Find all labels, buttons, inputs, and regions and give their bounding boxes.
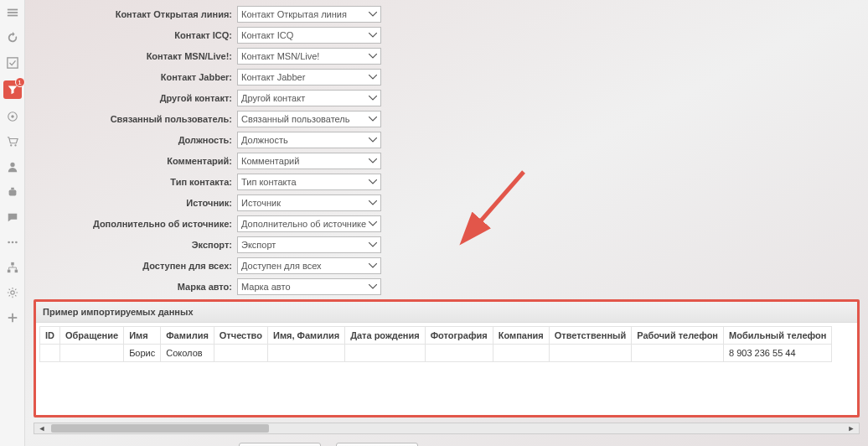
filter-badge-count: 1 — [15, 77, 25, 87]
preview-column-header: Мобильный телефон — [724, 327, 832, 345]
form-row: Контакт Открытая линия:Контакт Открытая … — [34, 5, 860, 23]
field-mapping-select[interactable]: Должность — [237, 132, 381, 148]
preview-title: Пример импортируемых данных — [36, 302, 857, 323]
field-mapping-select[interactable]: Контакт ICQ — [237, 27, 381, 44]
svg-point-17 — [10, 291, 13, 294]
table-cell — [40, 345, 60, 362]
field-label: Контакт MSN/Live!: — [34, 51, 237, 61]
form-row: Доступен для всех:Доступен для всех — [34, 257, 860, 275]
svg-point-7 — [14, 144, 16, 146]
field-label: Марка авто: — [34, 282, 237, 292]
svg-point-13 — [15, 241, 18, 244]
people-icon[interactable] — [5, 159, 20, 174]
table-cell: 8 903 236 55 44 — [724, 345, 832, 362]
form-row: Другой контакт:Другой контакт — [34, 89, 860, 107]
field-label: Контакт Jabber: — [34, 72, 237, 82]
chat-icon[interactable] — [5, 210, 20, 225]
back-button[interactable]: << Назад — [239, 443, 321, 446]
svg-point-5 — [11, 115, 14, 118]
scroll-right-arrow[interactable]: ► — [845, 423, 857, 433]
field-mapping-select[interactable]: Комментарий — [237, 153, 381, 169]
table-cell — [493, 345, 549, 362]
checkbox-icon[interactable] — [5, 55, 20, 70]
table-cell — [425, 345, 493, 362]
form-row: Контакт Jabber:Контакт Jabber — [34, 68, 860, 86]
target-icon[interactable] — [5, 109, 20, 124]
field-label: Другой контакт: — [34, 93, 237, 103]
svg-point-8 — [10, 163, 14, 167]
preview-column-header: Фотография — [425, 327, 493, 345]
form-row: Дополнительно об источнике:Дополнительно… — [34, 215, 860, 233]
form-row: Контакт ICQ:Контакт ICQ — [34, 26, 860, 44]
preview-column-header: Рабочий телефон — [632, 327, 724, 345]
field-mapping-select[interactable]: Контакт MSN/Live! — [237, 48, 381, 65]
field-mapping-select[interactable]: Экспорт — [237, 236, 381, 253]
field-mapping-select[interactable]: Тип контакта — [237, 174, 381, 190]
gear-icon[interactable] — [5, 285, 20, 300]
preview-column-header: ID — [40, 327, 60, 345]
form-row: Марка авто:Марка авто — [34, 277, 860, 296]
main-content: Контакт Открытая линия:Контакт Открытая … — [25, 0, 868, 446]
robot-icon[interactable] — [5, 184, 20, 200]
preview-column-header: Фамилия — [161, 327, 214, 345]
field-mapping-select[interactable]: Дополнительно об источнике — [237, 215, 381, 232]
field-mapping-select[interactable]: Марка авто — [237, 278, 381, 295]
table-cell — [632, 345, 724, 362]
field-mapping-select[interactable]: Контакт Jabber — [237, 69, 381, 86]
next-button[interactable]: Далее >> — [336, 443, 419, 446]
left-sidebar: 1 — [0, 0, 25, 446]
dots-icon[interactable] — [5, 235, 20, 250]
form-row: Источник:Источник — [34, 194, 860, 212]
preview-column-header: Обращение — [60, 327, 124, 345]
svg-rect-2 — [7, 15, 17, 17]
field-label: Связанный пользователь: — [34, 114, 237, 124]
svg-rect-1 — [7, 12, 17, 13]
svg-rect-14 — [11, 262, 14, 266]
table-cell — [267, 345, 344, 362]
preview-column-header: Имя, Фамилия — [267, 327, 344, 345]
svg-point-12 — [11, 241, 13, 244]
preview-column-header: Дата рождения — [345, 327, 426, 345]
preview-column-header: Компания — [493, 327, 549, 345]
field-mapping-select[interactable]: Источник — [237, 194, 381, 211]
table-cell — [549, 345, 631, 362]
sitemap-icon[interactable] — [5, 260, 20, 275]
field-label: Комментарий: — [34, 156, 237, 166]
refresh-icon[interactable] — [5, 30, 20, 45]
menu-icon[interactable] — [5, 5, 20, 20]
scrollbar-thumb[interactable] — [51, 424, 269, 433]
field-label: Экспорт: — [34, 240, 237, 250]
table-cell — [214, 345, 267, 362]
preview-column-header: Имя — [124, 327, 161, 345]
svg-point-11 — [8, 241, 10, 244]
filter-badge-icon[interactable]: 1 — [3, 80, 22, 99]
field-label: Контакт Открытая линия: — [34, 9, 237, 19]
field-mapping-select[interactable]: Связанный пользователь — [237, 111, 381, 127]
svg-rect-3 — [7, 58, 17, 68]
svg-rect-15 — [7, 270, 10, 273]
field-mapping-select[interactable]: Контакт Открытая линия — [237, 6, 381, 23]
svg-rect-16 — [14, 270, 18, 273]
field-label: Доступен для всех: — [34, 261, 237, 271]
svg-point-6 — [10, 144, 12, 146]
table-cell: Борис — [124, 345, 161, 362]
import-preview-panel: Пример импортируемых данных IDОбращениеИ… — [34, 299, 860, 417]
field-mapping-select[interactable]: Доступен для всех — [237, 257, 381, 274]
wizard-footer: << Назад Далее >> Отмена — [239, 443, 860, 446]
field-mapping-select[interactable]: Другой контакт — [237, 90, 381, 106]
form-row: Комментарий:Комментарий — [34, 152, 860, 170]
scroll-left-arrow[interactable]: ◄ — [36, 423, 48, 433]
field-label: Должность: — [34, 135, 237, 145]
form-row: Тип контакта:Тип контакта — [34, 173, 860, 191]
table-cell: Соколов — [161, 345, 214, 362]
preview-table: IDОбращениеИмяФамилияОтчествоИмя, Фамили… — [39, 326, 832, 362]
plus-icon[interactable] — [5, 310, 20, 325]
field-label: Тип контакта: — [34, 177, 237, 187]
form-row: Должность:Должность — [34, 131, 860, 149]
preview-column-header: Отчество — [214, 327, 267, 345]
cart-icon[interactable] — [5, 134, 20, 149]
horizontal-scrollbar[interactable]: ◄ ► — [34, 423, 860, 434]
svg-rect-0 — [7, 9, 17, 11]
field-label: Источник: — [34, 198, 237, 208]
form-row: Связанный пользователь:Связанный пользов… — [34, 110, 860, 128]
